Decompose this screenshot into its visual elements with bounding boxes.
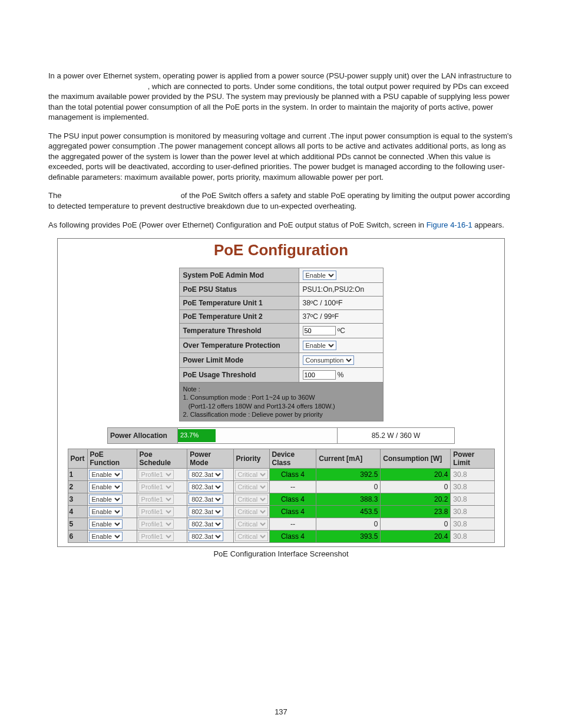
device-class: -- xyxy=(269,518,316,531)
current-ma: 453.5 xyxy=(316,506,381,518)
table-row: 2EnableProfile1802.3atCritical--0030.8 xyxy=(68,481,494,493)
usage-thresh-label: PoE Usage Threshold xyxy=(179,368,299,383)
intro-p1-a: In a power over Ethernet system, operati… xyxy=(48,71,511,80)
poe-function-cell: Enable xyxy=(87,469,137,481)
port-table: Port PoE Function Poe Schedule Power Mod… xyxy=(68,449,495,543)
intro-p3-a: The xyxy=(48,191,64,200)
consumption-w: 23.8 xyxy=(381,506,451,518)
current-ma: 0 xyxy=(316,481,381,493)
poe-function-select[interactable]: Enable xyxy=(89,532,123,541)
consumption-w: 20.4 xyxy=(381,469,451,481)
priority-select: Critical xyxy=(235,482,268,492)
port-number: 5 xyxy=(68,518,87,531)
intro-para-2: The PSU input power consumption is monit… xyxy=(48,131,514,183)
admin-mode-select[interactable]: Enable xyxy=(303,271,336,280)
hdr-class: Device Class xyxy=(269,449,316,469)
consumption-w: 0 xyxy=(381,518,451,531)
poe-function-select[interactable]: Enable xyxy=(89,482,123,492)
consumption-w: 20.4 xyxy=(381,531,451,543)
hdr-sched: Poe Schedule xyxy=(137,449,187,469)
priority-select: Critical xyxy=(235,470,268,479)
over-temp-label: Over Temperature Protection xyxy=(179,338,299,353)
usage-thresh-input[interactable] xyxy=(303,370,336,380)
priority-cell: Critical xyxy=(233,518,269,531)
poe-function-cell: Enable xyxy=(87,493,137,506)
table-row: 4EnableProfile1802.3atCriticalClass 4453… xyxy=(68,506,494,518)
power-mode-cell: 802.3at xyxy=(187,506,233,518)
port-number: 4 xyxy=(68,506,87,518)
device-class: Class 4 xyxy=(269,493,316,506)
temp1-label: PoE Temperature Unit 1 xyxy=(179,297,299,310)
poe-function-select[interactable]: Enable xyxy=(89,495,123,504)
port-number: 2 xyxy=(68,481,87,493)
poe-schedule-cell: Profile1 xyxy=(137,481,187,493)
power-limit-select[interactable]: Consumption xyxy=(303,355,354,365)
power-limit-label: Power Limit Mode xyxy=(179,353,299,368)
intro-p1-b: , which are connected to ports. Under so… xyxy=(48,82,510,122)
power-mode-cell: 802.3at xyxy=(187,493,233,506)
hdr-prio: Priority xyxy=(233,449,269,469)
port-number: 6 xyxy=(68,531,87,543)
hdr-current: Current [mA] xyxy=(316,449,381,469)
power-mode-cell: 802.3at xyxy=(187,518,233,531)
power-mode-select[interactable]: 802.3at xyxy=(189,482,223,492)
alloc-bar-cell: 23.7% xyxy=(178,428,338,444)
poe-schedule-select: Profile1 xyxy=(138,532,174,541)
poe-config-figure: PoE Configuration System PoE Admin Mod E… xyxy=(57,238,505,547)
poe-function-select[interactable]: Enable xyxy=(89,507,123,516)
figure-ref-link[interactable]: Figure 4-16-1 xyxy=(427,220,472,229)
poe-function-select[interactable]: Enable xyxy=(89,470,123,479)
device-class: Class 4 xyxy=(269,506,316,518)
page-number: 137 xyxy=(0,707,562,716)
hdr-mode: Power Mode xyxy=(187,449,233,469)
power-mode-select[interactable]: 802.3at xyxy=(189,507,223,516)
figure-title: PoE Configuration xyxy=(58,239,504,268)
poe-schedule-cell: Profile1 xyxy=(137,531,187,543)
temp1-value: 38ºC / 100ºF xyxy=(299,297,383,310)
temp-thresh-input[interactable] xyxy=(303,326,336,335)
current-ma: 388.3 xyxy=(316,493,381,506)
priority-cell: Critical xyxy=(233,469,269,481)
current-ma: 0 xyxy=(316,518,381,531)
power-limit: 30.8 xyxy=(451,481,494,493)
poe-function-cell: Enable xyxy=(87,506,137,518)
psu-status-label: PoE PSU Status xyxy=(179,283,299,297)
priority-cell: Critical xyxy=(233,531,269,543)
admin-mode-label: System PoE Admin Mod xyxy=(179,268,299,283)
priority-select: Critical xyxy=(235,507,268,516)
hdr-func: PoE Function xyxy=(87,449,137,469)
power-mode-select[interactable]: 802.3at xyxy=(189,532,223,541)
hdr-port: Port xyxy=(68,449,87,469)
poe-function-cell: Enable xyxy=(87,481,137,493)
power-mode-select[interactable]: 802.3at xyxy=(189,495,223,504)
consumption-w: 20.2 xyxy=(381,493,451,506)
figure-caption: PoE Configuration Interface Screenshot xyxy=(48,549,514,558)
power-limit: 30.8 xyxy=(451,493,494,506)
poe-function-select[interactable]: Enable xyxy=(89,519,123,529)
intro-para-3: The of the PoE Switch offers a safety an… xyxy=(48,190,514,211)
table-row: 1EnableProfile1802.3atCriticalClass 4392… xyxy=(68,469,494,481)
power-mode-cell: 802.3at xyxy=(187,481,233,493)
power-mode-select[interactable]: 802.3at xyxy=(189,519,223,529)
poe-schedule-select: Profile1 xyxy=(138,482,174,492)
port-number: 1 xyxy=(68,469,87,481)
intro-para-4: As following provides PoE (Power over Et… xyxy=(48,220,514,230)
power-limit: 30.8 xyxy=(451,531,494,543)
alloc-label: Power Allocation xyxy=(108,428,178,444)
poe-schedule-cell: Profile1 xyxy=(137,469,187,481)
priority-cell: Critical xyxy=(233,481,269,493)
power-limit: 30.8 xyxy=(451,518,494,531)
current-ma: 393.5 xyxy=(316,531,381,543)
intro-p3-b: of the PoE Switch offers a safety and st… xyxy=(48,191,510,210)
poe-schedule-cell: Profile1 xyxy=(137,518,187,531)
priority-select: Critical xyxy=(235,495,268,504)
poe-function-cell: Enable xyxy=(87,531,137,543)
over-temp-select[interactable]: Enable xyxy=(303,341,336,350)
device-class: Class 4 xyxy=(269,531,316,543)
power-mode-select[interactable]: 802.3at xyxy=(189,470,223,479)
consumption-w: 0 xyxy=(381,481,451,493)
temp-thresh-unit: ºC xyxy=(338,327,345,335)
poe-function-cell: Enable xyxy=(87,518,137,531)
intro-p4-a: As following provides PoE (Power over Et… xyxy=(48,220,427,229)
temp-thresh-label: Temperature Threshold xyxy=(179,324,299,338)
